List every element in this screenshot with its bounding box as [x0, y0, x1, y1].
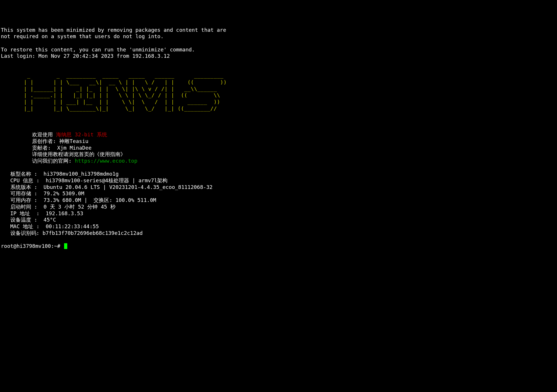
- motd-line-1: This system has been minimized by removi…: [1, 27, 226, 33]
- last-login-line: Last login: Mon Nov 27 20:42:34 2023 fro…: [1, 53, 170, 59]
- info-uptime: 启动时间 : 0 天 3 小时 52 分钟 45 秒: [1, 204, 116, 210]
- welcome-suffix: 系统: [94, 131, 107, 138]
- info-ip: IP 地址 : 192.168.3.53: [1, 210, 83, 216]
- welcome-system-name: 海纳思: [56, 131, 72, 138]
- info-memory: 可用内存 : 73.3% 680.0M | 交换区: 100.0% 511.0M: [1, 197, 156, 203]
- prompt-text: root@hi3798mv100:~#: [1, 243, 64, 249]
- cursor-icon: [64, 243, 67, 249]
- url-label: 访问我们的官网:: [1, 158, 75, 164]
- info-os: 系统版本 : Ubuntu 20.04.6 LTS | V20231201-4.…: [1, 184, 213, 190]
- info-temp: 设备温度 : 45°C: [1, 217, 56, 223]
- url-line: 访问我们的官网: https://www.ecoo.top: [1, 158, 137, 164]
- author-line: 原创作者: 神雕Teasiu: [1, 138, 88, 144]
- info-mac: MAC 地址 : 00:11:22:33:44:55: [1, 223, 99, 229]
- ascii-banner: _ _ _________ _____ _____ ______ _______…: [1, 73, 556, 112]
- motd-line-4: To restore this content, you can run the…: [1, 47, 195, 53]
- motd-line-2: not required on a system that users do n…: [1, 33, 164, 39]
- info-storage: 可用存储 : 79.2% 5309.0M: [1, 190, 84, 196]
- shell-prompt[interactable]: root@hi3798mv100:~#: [1, 243, 67, 249]
- welcome-bit: 32-bit: [72, 131, 94, 138]
- contributor-line: 贡献者: Xjm MinaDee: [1, 145, 92, 151]
- system-info-block: 板型名称 : hi3798mv100_hi3798mdmo1g CPU 信息 :…: [1, 171, 556, 236]
- motd-block: This system has been minimized by removi…: [1, 27, 556, 60]
- welcome-line: 欢迎使用 海纳思 32-bit 系统: [1, 131, 107, 138]
- welcome-prefix: 欢迎使用: [1, 131, 56, 138]
- info-board: 板型名称 : hi3798mv100_hi3798mdmo1g: [1, 171, 119, 177]
- info-devid: 设备识别码: b7fb13f70b72696eb68c139e1c2c12ad: [1, 230, 143, 236]
- info-cpu: CPU 信息 : hi3798mv100-series@4核处理器 | armv…: [1, 177, 167, 183]
- website-url: https://www.ecoo.top: [75, 158, 137, 164]
- welcome-block: 欢迎使用 海纳思 32-bit 系统 原创作者: 神雕Teasiu 贡献者: X…: [1, 125, 556, 164]
- guide-line: 详细使用教程请浏览首页的《使用指南》: [1, 151, 126, 157]
